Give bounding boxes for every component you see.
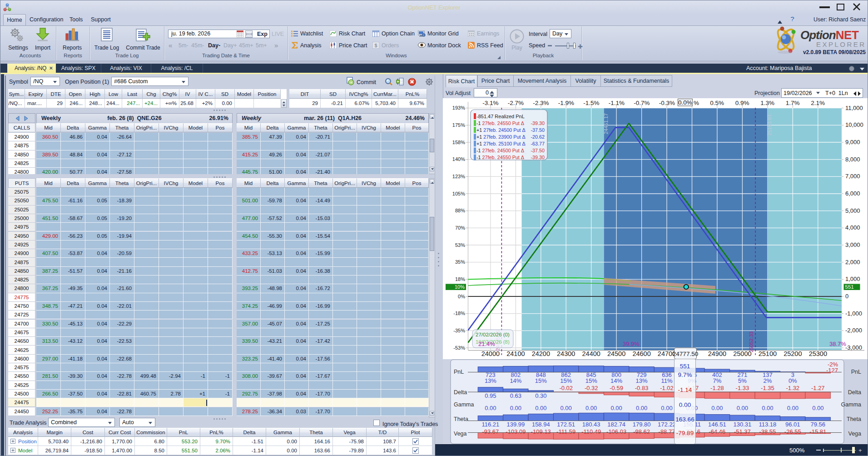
svg-text:-1 27feb. 24550 Put Δ: -1 27feb. 24550 Put Δ xyxy=(476,155,524,160)
svg-text:-1.32: -1.32 xyxy=(786,385,799,391)
svg-text:-20.62: -20.62 xyxy=(531,134,545,140)
svg-text:21.4%: 21.4% xyxy=(478,341,495,347)
svg-text:-3,000: -3,000 xyxy=(845,344,862,351)
svg-text:0.9%: 0.9% xyxy=(735,100,749,106)
svg-text:193%: 193% xyxy=(452,105,465,110)
svg-text:Gamma: Gamma xyxy=(841,401,862,408)
svg-text:-37.50: -37.50 xyxy=(531,127,545,133)
svg-text:158.94: 158.94 xyxy=(532,421,550,428)
svg-text:-110.49: -110.49 xyxy=(581,428,601,435)
svg-text:25100: 25100 xyxy=(759,350,777,357)
svg-text:0%: 0% xyxy=(458,294,465,299)
svg-text:-15.81: -15.81 xyxy=(809,428,826,435)
svg-text:-51.37: -51.37 xyxy=(734,428,751,435)
svg-text:24451.17: 24451.17 xyxy=(603,113,609,134)
svg-text:146.51: 146.51 xyxy=(708,421,726,428)
svg-text:14%: 14% xyxy=(510,377,521,384)
svg-text:551: 551 xyxy=(680,363,690,370)
svg-text:182.74: 182.74 xyxy=(607,421,625,428)
svg-text:Delta: Delta xyxy=(454,389,467,396)
svg-text:27/02/2026 (0): 27/02/2026 (0) xyxy=(476,332,510,337)
svg-text:-1.33: -1.33 xyxy=(736,385,749,391)
svg-text:18%: 18% xyxy=(455,276,465,282)
svg-text:10%: 10% xyxy=(455,284,465,290)
svg-text:5,000: 5,000 xyxy=(845,207,860,214)
svg-text:-1.14: -1.14 xyxy=(678,386,692,393)
svg-text:140%: 140% xyxy=(452,156,465,162)
svg-text:-1.5%: -1.5% xyxy=(583,100,599,106)
svg-text:0.63: 0.63 xyxy=(510,392,521,399)
svg-text:0.00: 0.00 xyxy=(610,405,622,411)
svg-text:+1 27feb. 23900 Put Δ: +1 27feb. 23900 Put Δ xyxy=(476,134,526,140)
svg-text:24100: 24100 xyxy=(506,350,525,357)
svg-text:0.00: 0.00 xyxy=(661,405,672,411)
svg-text:130.31: 130.31 xyxy=(734,421,752,428)
svg-text:24300: 24300 xyxy=(557,350,575,357)
svg-text:Vega: Vega xyxy=(454,431,467,437)
svg-text:24000: 24000 xyxy=(481,350,500,357)
svg-text:24400: 24400 xyxy=(582,350,600,357)
svg-text:-1.35: -1.35 xyxy=(761,385,774,391)
svg-text:551: 551 xyxy=(845,284,854,290)
svg-text:9,000: 9,000 xyxy=(845,139,860,145)
svg-text:175%: 175% xyxy=(452,122,465,128)
svg-text:5%: 5% xyxy=(738,377,747,384)
svg-text:0%: 0% xyxy=(789,377,797,384)
svg-text:-98.62: -98.62 xyxy=(633,428,650,435)
svg-text:24777.50: 24777.50 xyxy=(673,351,698,357)
svg-text:-88.77: -88.77 xyxy=(659,428,675,435)
svg-text:11%: 11% xyxy=(661,377,672,384)
svg-text:-1.9%: -1.9% xyxy=(558,100,574,106)
svg-text:-1.27: -1.27 xyxy=(811,385,825,391)
svg-text:24500: 24500 xyxy=(607,350,625,357)
svg-text:0.5%: 0.5% xyxy=(710,100,724,106)
svg-text:-26.55: -26.55 xyxy=(784,428,801,435)
svg-text:-2.7%: -2.7% xyxy=(508,100,524,106)
svg-text:11,000: 11,000 xyxy=(845,105,863,111)
svg-text:-3.1%: -3.1% xyxy=(482,100,498,106)
svg-text:-1.28: -1.28 xyxy=(710,385,724,391)
svg-text:-106.03: -106.03 xyxy=(606,428,626,435)
svg-text:70%: 70% xyxy=(455,225,465,231)
svg-text:0.95: 0.95 xyxy=(485,392,496,399)
svg-text:116.21: 116.21 xyxy=(482,421,500,428)
svg-text:-103.09: -103.09 xyxy=(506,428,526,435)
svg-text:9.7%: 9.7% xyxy=(678,371,692,378)
svg-text:Vega: Vega xyxy=(848,431,861,437)
svg-text:-0.7%: -0.7% xyxy=(634,100,650,106)
svg-text:123%: 123% xyxy=(452,174,465,179)
svg-text:0.00: 0.00 xyxy=(485,405,496,411)
svg-text:96.01: 96.01 xyxy=(785,421,800,428)
svg-text:0.00: 0.00 xyxy=(737,405,748,411)
svg-text:158%: 158% xyxy=(452,140,465,145)
svg-text:38.7%: 38.7% xyxy=(829,341,846,347)
svg-text:1,000: 1,000 xyxy=(845,276,860,282)
svg-text:-127: -127 xyxy=(826,367,838,374)
svg-text:Theta: Theta xyxy=(847,416,861,422)
svg-text:-1.1%: -1.1% xyxy=(609,100,625,106)
svg-text:180.43: 180.43 xyxy=(582,421,600,428)
svg-text:+1 27feb. 24500 Put Δ: +1 27feb. 24500 Put Δ xyxy=(476,127,526,133)
svg-text:7%: 7% xyxy=(713,377,722,384)
svg-text:Delta: Delta xyxy=(848,389,861,396)
svg-text:-53%: -53% xyxy=(453,345,465,351)
svg-text:-851.47 Realized PnL: -851.47 Realized PnL xyxy=(476,114,525,119)
svg-text:2,000: 2,000 xyxy=(845,259,860,266)
svg-text:-18%: -18% xyxy=(453,311,465,316)
svg-text:0.00: 0.00 xyxy=(787,405,799,411)
svg-text:88%: 88% xyxy=(455,208,465,213)
svg-text:1.3%: 1.3% xyxy=(760,100,774,106)
svg-text:25000: 25000 xyxy=(733,350,751,357)
svg-text:2%: 2% xyxy=(764,377,772,384)
svg-text:-1.02: -1.02 xyxy=(660,385,674,391)
svg-text:0.00: 0.00 xyxy=(535,405,546,411)
svg-text:0.00: 0.00 xyxy=(585,405,597,411)
svg-text:-111.59: -111.59 xyxy=(556,428,575,435)
svg-text:-1 27feb. 24550 Put Δ: -1 27feb. 24550 Put Δ xyxy=(476,120,524,126)
svg-text:25052.33: 25052.33 xyxy=(749,331,754,352)
svg-text:-1,000: -1,000 xyxy=(845,310,862,317)
svg-text:0.00: 0.00 xyxy=(636,405,647,411)
svg-text:53%: 53% xyxy=(455,242,465,248)
svg-text:35%: 35% xyxy=(455,259,465,265)
svg-text:-64.46: -64.46 xyxy=(709,428,725,435)
